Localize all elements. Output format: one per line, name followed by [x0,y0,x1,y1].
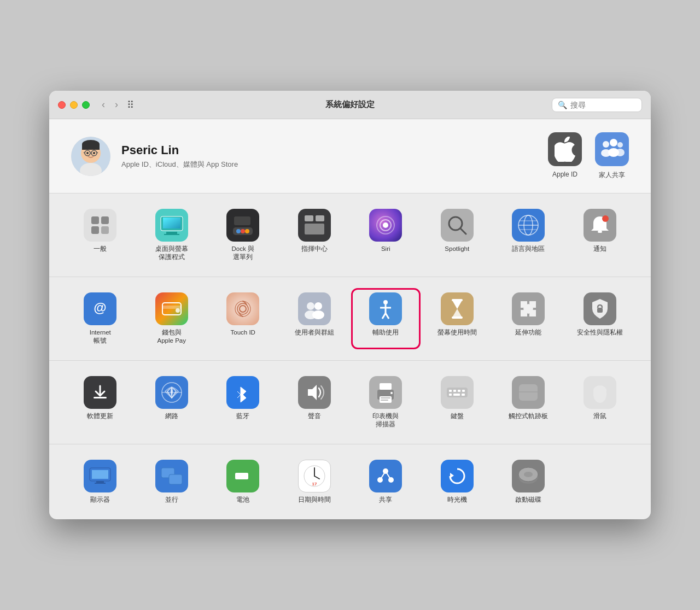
accessibility-label: 輔助使用 [372,329,399,337]
svg-point-31 [241,229,245,233]
svg-rect-19 [101,216,109,224]
pref-dock[interactable]: Dock 與選單列 [208,204,278,266]
pref-startdisk[interactable]: 啟動磁碟 [494,455,563,508]
pref-spotlight[interactable]: Spotlight [423,204,492,266]
nav-buttons: ‹ › [98,98,121,112]
pref-mission[interactable]: 指揮中心 [280,204,349,266]
svg-point-55 [176,308,180,313]
search-icon: 🔍 [558,101,567,109]
pref-timemachine[interactable]: 時光機 [423,455,492,508]
mouse-icon [584,376,616,409]
pref-language[interactable]: 語言與地區 [494,204,563,266]
svg-point-56 [240,306,246,312]
security-label: 安全性與隱私權 [577,329,623,337]
search-box[interactable]: 🔍 [552,98,642,112]
svg-rect-101 [96,481,104,483]
siri-label: Siri [381,245,390,253]
display-label: 顯示器 [90,496,110,504]
desktop-icon [155,209,188,242]
grid-section-1: 一般 桌面與螢幕保護程式 Dock 與選單列 [49,193,651,277]
pref-general[interactable]: 一般 [66,204,135,266]
icon-grid-3: 軟體更新 網路 藍牙 [66,372,634,433]
svg-line-8 [84,152,85,153]
sound-icon [298,376,331,409]
pref-screentime[interactable]: 螢幕使用時間 [423,288,492,349]
pref-datetime[interactable]: 17 日期與時間 [280,455,349,508]
svg-rect-70 [452,316,463,319]
pref-parallel[interactable]: 並行 [137,455,207,508]
display-icon [84,460,116,492]
svg-point-59 [307,302,314,310]
pref-printer[interactable]: 印表機與掃描器 [351,372,421,433]
svg-rect-102 [95,483,106,484]
icon-grid-4: 顯示器 並行 電池 [66,455,634,508]
spotlight-label: Spotlight [445,245,469,253]
svg-rect-82 [381,397,390,398]
software-label: 軟體更新 [87,412,113,420]
parallel-label: 並行 [165,496,178,504]
pref-sound[interactable]: 聲音 [280,372,349,433]
svg-rect-21 [101,226,109,234]
svg-point-17 [616,149,625,156]
apple-id-icon [548,132,582,166]
touchid-icon [226,292,259,325]
grid-section-2: @ Internet帳號 錢包與Apple Pay Touch ID [49,277,651,361]
minimize-button[interactable] [70,101,78,109]
pref-trackpad[interactable]: 觸控式軌跡板 [494,372,563,433]
svg-point-12 [603,141,609,148]
parallel-icon [155,460,188,492]
profile-info: Pseric Lin Apple ID、iCloud、媒體與 App Store [121,143,548,169]
pref-accessibility[interactable]: 輔助使用 [351,288,421,349]
printer-icon [369,376,402,409]
pref-notifications[interactable]: 通知 [565,204,635,266]
apple-id-label: Apple ID [552,171,578,178]
internet-label: Internet帳號 [90,329,111,345]
svg-rect-83 [381,400,388,401]
pref-keyboard[interactable]: 鍵盤 [423,372,492,433]
icon-grid-1: 一般 桌面與螢幕保護程式 Dock 與選單列 [66,204,634,266]
svg-rect-100 [92,470,108,479]
svg-rect-24 [166,232,177,234]
dock-icon [226,209,259,242]
users-label: 使用者與群組 [295,329,334,337]
grid-view-button[interactable]: ⠿ [127,99,134,111]
pref-network[interactable]: 網路 [137,372,207,433]
svg-point-64 [383,300,388,304]
pref-wallet[interactable]: 錢包與Apple Pay [137,288,207,349]
back-button[interactable]: ‹ [98,98,108,112]
accessibility-icon [369,292,402,325]
pref-internet[interactable]: @ Internet帳號 [66,288,135,349]
svg-rect-27 [163,218,180,228]
svg-rect-25 [164,234,179,235]
pref-bluetooth[interactable]: 藍牙 [208,372,278,433]
pref-battery[interactable]: 電池 [208,455,278,508]
pref-users[interactable]: 使用者與群組 [280,288,349,349]
svg-rect-87 [453,390,456,392]
mouse-label: 滑鼠 [593,412,606,420]
maximize-button[interactable] [82,101,90,109]
pref-display[interactable]: 顯示器 [66,455,135,508]
pref-mouse[interactable]: 滑鼠 [565,372,635,433]
svg-rect-91 [453,394,460,396]
svg-rect-69 [452,299,463,301]
bluetooth-icon [226,376,259,409]
close-button[interactable] [58,101,66,109]
svg-point-62 [312,310,324,319]
forward-button[interactable]: › [112,98,121,112]
family-sharing-button[interactable]: 家人共享 [595,132,629,180]
svg-point-11 [93,152,95,154]
pref-touchid[interactable]: Touch ID [208,288,278,349]
pref-security[interactable]: 安全性與隱私權 [565,288,635,349]
apple-id-button[interactable]: Apple ID [548,132,582,180]
datetime-icon: 17 [298,460,331,492]
wallet-icon [155,292,188,325]
pref-software[interactable]: 軟體更新 [66,372,135,433]
pref-desktop[interactable]: 桌面與螢幕保護程式 [137,204,207,266]
pref-siri[interactable]: Siri [351,204,421,266]
pref-extensions[interactable]: 延伸功能 [494,288,563,349]
search-input[interactable] [570,101,636,109]
grid-section-4: 顯示器 並行 電池 [49,444,651,519]
svg-point-50 [602,215,609,222]
svg-rect-89 [462,390,465,392]
pref-sharing[interactable]: 共享 [351,455,421,508]
